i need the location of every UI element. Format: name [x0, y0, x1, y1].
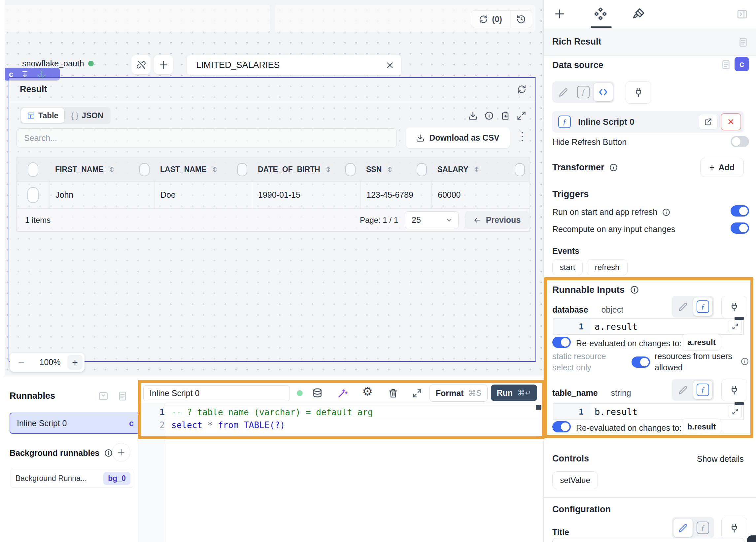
- run-button[interactable]: Run ⌘↵: [491, 385, 537, 401]
- sort-icon[interactable]: [473, 166, 480, 173]
- control-chip-setvalue[interactable]: setValue: [552, 471, 598, 489]
- mode-code[interactable]: [594, 83, 613, 101]
- history-button[interactable]: [510, 11, 532, 28]
- column-header[interactable]: LAST_NAME: [154, 163, 252, 176]
- info-icon[interactable]: [484, 111, 494, 120]
- field-table-name-plug-button[interactable]: [721, 379, 747, 401]
- gear-icon[interactable]: ⚙: [362, 386, 373, 397]
- page-size-select[interactable]: 25: [405, 211, 459, 229]
- hide-refresh-toggle[interactable]: [731, 136, 749, 147]
- field-database-expression[interactable]: a.result: [589, 319, 729, 334]
- mode-function[interactable]: ƒ: [574, 83, 593, 101]
- format-button[interactable]: Format ⌘S: [430, 385, 488, 402]
- insert-tab-plus-icon[interactable]: [554, 8, 566, 20]
- editor-scrollbar-thumb[interactable]: [536, 405, 541, 410]
- unlink-button[interactable]: [131, 55, 151, 74]
- mode-function[interactable]: ƒ: [693, 381, 712, 399]
- column-header[interactable]: SSN: [360, 163, 431, 176]
- zoom-in-button[interactable]: +: [67, 355, 83, 370]
- remove-script-button[interactable]: ✕: [721, 113, 741, 130]
- open-script-button[interactable]: [699, 114, 717, 130]
- refresh-count-button[interactable]: (0): [471, 11, 510, 28]
- sort-icon[interactable]: [325, 166, 332, 173]
- sort-icon[interactable]: [211, 166, 218, 173]
- select-all-checkbox[interactable]: [17, 158, 49, 181]
- field-database-code-editor[interactable]: 1 a.result: [553, 318, 744, 335]
- column-pin-toggle[interactable]: [139, 163, 150, 176]
- collapse-panel-icon[interactable]: [737, 9, 748, 20]
- expand-expression-button[interactable]: [729, 320, 742, 333]
- download-icon[interactable]: [468, 111, 478, 120]
- background-runnable-item[interactable]: Background Runna... bg_0: [11, 469, 133, 488]
- mode-static-pencil[interactable]: [673, 519, 693, 537]
- expand-editor-icon[interactable]: [412, 389, 422, 398]
- data-source-script-row[interactable]: ƒ Inline Script 0 ✕: [552, 111, 744, 133]
- tab-table[interactable]: Table: [21, 108, 64, 123]
- doc-list-icon[interactable]: [117, 391, 128, 401]
- transformer-add-button[interactable]: + Add: [700, 158, 744, 177]
- style-tab-brush-icon[interactable]: [632, 7, 645, 20]
- add-query-button[interactable]: [154, 55, 173, 74]
- fullscreen-icon[interactable]: [517, 111, 526, 120]
- run-on-start-label: Run on start and app refresh: [552, 207, 657, 217]
- sort-icon[interactable]: [386, 166, 393, 173]
- show-details-link[interactable]: Show details: [697, 454, 744, 464]
- column-pin-toggle[interactable]: [515, 163, 525, 176]
- mode-function[interactable]: ƒ: [693, 519, 712, 537]
- refresh-result-icon[interactable]: [517, 85, 526, 94]
- expand-expression-button[interactable]: [729, 405, 742, 418]
- runnable-item-inline-script-0[interactable]: Inline Script 0 c: [10, 413, 141, 434]
- download-csv-button[interactable]: Download as CSV: [406, 127, 510, 148]
- row-checkbox[interactable]: [17, 182, 49, 208]
- add-background-runnable-button[interactable]: [112, 443, 130, 461]
- field-table-name-reeval-toggle[interactable]: [552, 421, 571, 432]
- doc-list-icon[interactable]: [738, 37, 748, 48]
- script-name-input[interactable]: Inline Script 0: [143, 385, 290, 401]
- resources-from-users-toggle[interactable]: [632, 356, 650, 368]
- table-row[interactable]: John Doe 1990-01-15 123-45-6789 60000: [17, 182, 530, 209]
- data-source-plug-button[interactable]: [626, 81, 651, 104]
- title-field-input[interactable]: [552, 538, 744, 542]
- field-database-plug-button[interactable]: [721, 296, 747, 318]
- code-line-2[interactable]: 2 select * from TABLE(?): [138, 419, 543, 431]
- collapse-runnables-icon[interactable]: [98, 391, 109, 401]
- line-number: 1: [553, 319, 589, 334]
- trash-icon[interactable]: [388, 388, 398, 398]
- ai-wand-icon[interactable]: [337, 388, 348, 399]
- column-header[interactable]: SALARY: [431, 163, 530, 176]
- copy-result-icon[interactable]: [500, 111, 510, 120]
- doc-list-icon[interactable]: [721, 59, 731, 70]
- title-field-plug-button[interactable]: [721, 517, 747, 539]
- zoom-out-button[interactable]: −: [10, 356, 33, 368]
- sort-icon[interactable]: [108, 166, 115, 173]
- anchor-icon[interactable]: ⚓: [37, 70, 46, 78]
- column-pin-toggle[interactable]: [417, 163, 427, 176]
- table-select-input[interactable]: LIMITED_SALARIES: [187, 55, 402, 76]
- column-pin-toggle[interactable]: [345, 163, 356, 176]
- mode-function[interactable]: ƒ: [693, 297, 712, 316]
- mini-editor-scrollbar[interactable]: [735, 317, 744, 320]
- run-on-start-toggle[interactable]: [731, 205, 749, 217]
- column-pin-toggle[interactable]: [237, 163, 247, 176]
- rich-result-component[interactable]: Result Table { } JSON: [9, 77, 536, 362]
- mode-static-pencil[interactable]: [673, 297, 693, 316]
- column-header[interactable]: FIRST_NAME: [49, 163, 154, 176]
- previous-page-button[interactable]: Previous: [465, 211, 529, 229]
- field-table-name-code-editor[interactable]: 1 b.result: [553, 403, 744, 420]
- database-icon[interactable]: [312, 388, 323, 399]
- mode-static-pencil[interactable]: [554, 83, 573, 101]
- mini-editor-scrollbar[interactable]: [735, 402, 744, 405]
- components-tab-icon[interactable]: [593, 7, 608, 21]
- code-line-1[interactable]: 1 -- ? table_name (varchar) = default ar…: [138, 406, 543, 419]
- mode-static-pencil[interactable]: [673, 381, 693, 399]
- script-name-value: Inline Script 0: [150, 389, 199, 398]
- move-down-icon[interactable]: [21, 70, 29, 78]
- recompute-toggle[interactable]: [731, 222, 749, 234]
- field-database-reeval-toggle[interactable]: [552, 337, 571, 348]
- field-table-name-expression[interactable]: b.result: [589, 404, 729, 420]
- table-menu-button[interactable]: ⋮: [516, 129, 526, 143]
- tab-json[interactable]: { } JSON: [65, 108, 109, 123]
- clear-input-icon[interactable]: [386, 61, 394, 70]
- column-header[interactable]: DATE_OF_BIRTH: [252, 163, 360, 176]
- table-search-input[interactable]: Search...: [17, 128, 397, 148]
